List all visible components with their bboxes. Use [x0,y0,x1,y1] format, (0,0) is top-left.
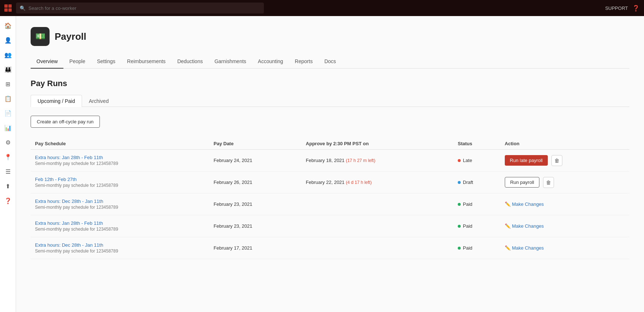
status-badge: Draft [463,180,473,185]
table-row: Extra hours: Jan 28th - Feb 11thSemi-mon… [31,150,629,172]
run-late-payroll-button[interactable]: Run late payroll [505,155,548,166]
group-icon[interactable]: 👪 [2,63,14,75]
pay-schedule-link[interactable]: Feb 12th - Feb 27th [35,177,77,182]
pay-runs-table: Pay Schedule Pay Date Approve by 2:30 PM… [31,138,629,259]
pay-date-cell: February 26, 2021 [209,172,301,193]
tab-accounting[interactable]: Accounting [252,55,289,69]
help-icon[interactable]: ❓ [2,195,14,207]
app-logo[interactable] [4,4,12,12]
search-bar[interactable]: 🔍 [16,3,264,14]
apps-icon[interactable]: ⊞ [2,78,14,90]
clipboard-icon[interactable]: 📋 [2,93,14,104]
tab-garnishments[interactable]: Garnishments [208,55,252,69]
approve-note: (4 d 17 h left) [346,180,372,185]
pay-date-cell: February 23, 2021 [209,215,301,237]
search-input[interactable] [28,5,260,11]
status-cell: Draft [453,172,500,193]
pay-schedule-cell: Extra hours: Dec 28th - Jan 11thSemi-mon… [31,193,209,215]
status-cell: Paid [453,237,500,259]
status-dot [458,225,461,228]
action-cell: ✏️Make Changes [500,193,629,215]
tab-people[interactable]: People [63,55,91,69]
upload-icon[interactable]: ⬆ [2,180,14,192]
status-cell: Paid [453,193,500,215]
edit-icon: ✏️ [505,245,511,251]
approve-note: (17 h 27 m left) [346,158,375,163]
pay-schedule-link[interactable]: Extra hours: Dec 28th - Jan 11th [35,199,103,204]
sidebar: 🏠 👤 👥 👪 ⊞ 📋 📄 📊 ⚙ 📍 ☰ ⬆ ❓ [0,16,16,312]
col-action: Action [500,138,629,150]
col-schedule: Pay Schedule [31,138,209,150]
status-badge: Paid [463,223,472,229]
pay-schedule-cell: Extra hours: Jan 28th - Feb 11thSemi-mon… [31,215,209,237]
make-changes-button[interactable]: ✏️Make Changes [505,223,544,229]
support-button[interactable]: SUPPORT [605,5,628,11]
action-cell: ✏️Make Changes [500,237,629,259]
person-icon[interactable]: 👤 [2,34,14,46]
action-cell: Run payroll🗑 [500,172,629,193]
search-icon: 🔍 [20,5,26,11]
location-icon[interactable]: 📍 [2,151,14,163]
payroll-app-icon: 💵 [31,27,50,46]
delete-button[interactable]: 🗑 [543,177,554,188]
approve-by-cell [301,215,453,237]
approve-by-cell [301,193,453,215]
col-approve: Approve by 2:30 PM PST on [301,138,453,150]
page-title: Payroll [55,31,86,42]
main-tabs: Overview People Settings Reimbursements … [31,55,629,69]
tab-reimbursements[interactable]: Reimbursements [121,55,172,69]
status-dot [458,181,461,184]
table-row: Extra hours: Dec 28th - Jan 11thSemi-mon… [31,193,629,215]
status-badge: Paid [463,245,472,251]
pay-date-cell: February 17, 2021 [209,237,301,259]
sub-tab-upcoming[interactable]: Upcoming / Paid [31,95,82,107]
pay-runs-section: Pay Runs Upcoming / Paid Archived Create… [31,79,629,259]
make-changes-button[interactable]: ✏️Make Changes [505,245,544,251]
pay-schedule-sub: Semi-monthly pay schedule for 123458789 [35,205,205,210]
document-icon[interactable]: 📄 [2,107,14,119]
pay-schedule-link[interactable]: Extra hours: Jan 28th - Feb 11th [35,155,103,160]
approve-by-cell: February 22, 2021 (4 d 17 h left) [301,172,453,193]
tab-docs[interactable]: Docs [319,55,342,69]
status-dot [458,203,461,206]
pay-schedule-sub: Semi-monthly pay schedule for 123458789 [35,249,205,254]
pay-date-cell: February 24, 2021 [209,150,301,172]
pay-schedule-link[interactable]: Extra hours: Jan 28th - Feb 11th [35,220,103,226]
col-status: Status [453,138,500,150]
sub-tabs: Upcoming / Paid Archived [31,95,629,107]
delete-button[interactable]: 🗑 [551,155,562,166]
status-cell: Paid [453,215,500,237]
people-icon[interactable]: 👥 [2,49,14,61]
pay-schedule-link[interactable]: Extra hours: Dec 28th - Jan 11th [35,242,103,248]
pay-date-cell: February 23, 2021 [209,193,301,215]
list-icon[interactable]: ☰ [2,166,14,177]
approve-date: February 18, 2021 [306,158,344,163]
status-badge: Paid [463,201,472,207]
create-off-cycle-button[interactable]: Create an off-cycle pay run [31,116,100,128]
tab-deductions[interactable]: Deductions [171,55,208,69]
edit-icon: ✏️ [505,223,511,229]
pay-schedule-sub: Semi-monthly pay schedule for 123458789 [35,161,205,166]
status-cell: Late [453,150,500,172]
tab-overview[interactable]: Overview [31,55,63,69]
approve-by-cell [301,237,453,259]
table-row: Extra hours: Jan 28th - Feb 11thSemi-mon… [31,215,629,237]
make-changes-button[interactable]: ✏️Make Changes [505,201,544,207]
section-title: Pay Runs [31,79,629,88]
tab-reports[interactable]: Reports [289,55,319,69]
status-badge: Late [463,158,472,163]
approve-by-cell: February 18, 2021 (17 h 27 m left) [301,150,453,172]
home-icon[interactable]: 🏠 [2,20,14,31]
status-dot [458,247,461,250]
support-help-icon[interactable]: ❓ [632,5,640,12]
main-content: 💵 Payroll Overview People Settings Reimb… [16,16,644,312]
run-payroll-button[interactable]: Run payroll [505,177,540,188]
tab-settings[interactable]: Settings [91,55,121,69]
pay-schedule-sub: Semi-monthly pay schedule for 123458789 [35,183,205,188]
action-cell: Run late payroll🗑 [500,150,629,172]
pay-schedule-cell: Feb 12th - Feb 27thSemi-monthly pay sche… [31,172,209,193]
pay-schedule-sub: Semi-monthly pay schedule for 123458789 [35,227,205,232]
settings-icon[interactable]: ⚙ [2,136,14,148]
chart-icon[interactable]: 📊 [2,122,14,134]
sub-tab-archived[interactable]: Archived [82,95,116,107]
